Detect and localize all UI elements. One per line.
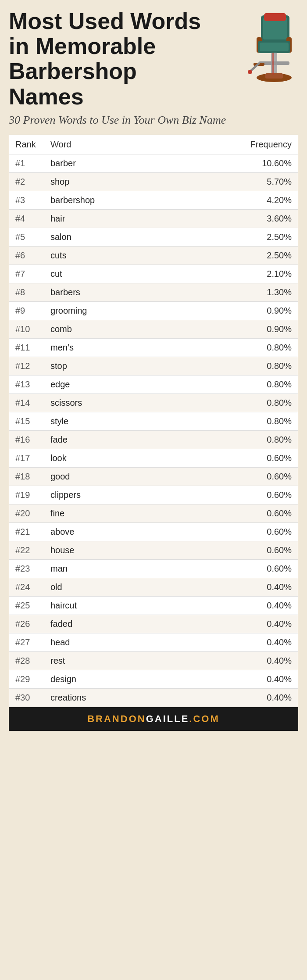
cell-frequency: 0.60% [175,504,298,522]
cell-rank: #29 [9,670,44,688]
cell-frequency: 0.40% [175,578,298,596]
cell-rank: #7 [9,265,44,283]
table-row: #30creations0.40% [9,688,298,707]
cell-frequency: 0.60% [175,559,298,578]
cell-frequency: 0.40% [175,651,298,670]
cell-word: salon [44,228,175,246]
cell-frequency: 0.90% [175,320,298,338]
col-rank: Rank [9,135,44,154]
table-row: #3barbershop4.20% [9,191,298,209]
table-row: #26faded0.40% [9,615,298,633]
table-row: #15style0.80% [9,412,298,430]
cell-word: creations [44,688,175,707]
main-title: Most Used Words in Memorable Barbershop … [9,9,237,109]
table-row: #17look0.60% [9,449,298,467]
cell-rank: #30 [9,688,44,707]
title-line-3: Barbershop [9,58,137,84]
table-row: #12stop0.80% [9,357,298,375]
cell-word: good [44,467,175,486]
table-row: #4hair3.60% [9,209,298,228]
cell-word: head [44,633,175,651]
table-row: #29design0.40% [9,670,298,688]
table-row: #25haircut0.40% [9,596,298,615]
table-row: #28rest0.40% [9,651,298,670]
cell-frequency: 0.60% [175,486,298,504]
table-row: #22house0.60% [9,541,298,559]
cell-rank: #3 [9,191,44,209]
table-row: #18good0.60% [9,467,298,486]
cell-word: hair [44,209,175,228]
cell-rank: #24 [9,578,44,596]
cell-word: fine [44,504,175,522]
cell-rank: #26 [9,615,44,633]
cell-frequency: 0.80% [175,338,298,357]
svg-rect-2 [264,13,286,21]
cell-frequency: 3.60% [175,209,298,228]
cell-frequency: 0.60% [175,467,298,486]
footer-dotcom: .COM [189,713,219,724]
cell-rank: #22 [9,541,44,559]
cell-rank: #1 [9,154,44,172]
cell-frequency: 0.60% [175,449,298,467]
cell-frequency: 2.50% [175,246,298,265]
cell-rank: #11 [9,338,44,357]
table-row: #20fine0.60% [9,504,298,522]
barber-chair-icon [241,11,298,81]
cell-word: haircut [44,596,175,615]
title-line-1: Most Used Words [9,8,201,34]
cell-frequency: 2.50% [175,228,298,246]
cell-frequency: 2.10% [175,265,298,283]
page-container: Most Used Words in Memorable Barbershop … [0,0,307,731]
cell-frequency: 0.40% [175,688,298,707]
header-section: Most Used Words in Memorable Barbershop … [9,9,298,128]
cell-rank: #27 [9,633,44,651]
cell-rank: #18 [9,467,44,486]
table-row: #6cuts2.50% [9,246,298,265]
cell-frequency: 0.80% [175,375,298,393]
cell-frequency: 0.60% [175,522,298,541]
cell-word: look [44,449,175,467]
table-row: #24old0.40% [9,578,298,596]
table-row: #27head0.40% [9,633,298,651]
cell-rank: #10 [9,320,44,338]
col-frequency: Frequency [175,135,298,154]
cell-word: stop [44,357,175,375]
cell-rank: #21 [9,522,44,541]
cell-word: barbershop [44,191,175,209]
cell-word: barbers [44,283,175,301]
cell-word: cut [44,265,175,283]
col-word: Word [44,135,175,154]
cell-frequency: 5.70% [175,172,298,191]
cell-rank: #12 [9,357,44,375]
cell-word: old [44,578,175,596]
cell-word: scissors [44,393,175,412]
table-row: #1barber10.60% [9,154,298,172]
cell-word: edge [44,375,175,393]
svg-point-14 [248,70,252,74]
cell-word: comb [44,320,175,338]
table-row: #8barbers1.30% [9,283,298,301]
table-row: #2shop5.70% [9,172,298,191]
svg-rect-6 [260,43,289,51]
cell-frequency: 0.40% [175,633,298,651]
cell-frequency: 0.40% [175,670,298,688]
cell-word: rest [44,651,175,670]
cell-frequency: 10.60% [175,154,298,172]
table-row: #13edge0.80% [9,375,298,393]
table-row: #7cut2.10% [9,265,298,283]
cell-frequency: 0.90% [175,301,298,320]
cell-word: man [44,559,175,578]
footer-brandon: BRANDON [87,713,146,724]
footer-gaille: GAILLE [146,713,189,724]
table-row: #14scissors0.80% [9,393,298,412]
cell-frequency: 0.80% [175,357,298,375]
footer-text: BRANDONGAILLE.COM [18,713,289,725]
subtitle: 30 Proven Words to Use in Your Own Biz N… [9,113,237,128]
table-row: #19clippers0.60% [9,486,298,504]
cell-rank: #19 [9,486,44,504]
cell-rank: #15 [9,412,44,430]
cell-word: clippers [44,486,175,504]
cell-word: faded [44,615,175,633]
table-row: #23man0.60% [9,559,298,578]
cell-word: grooming [44,301,175,320]
